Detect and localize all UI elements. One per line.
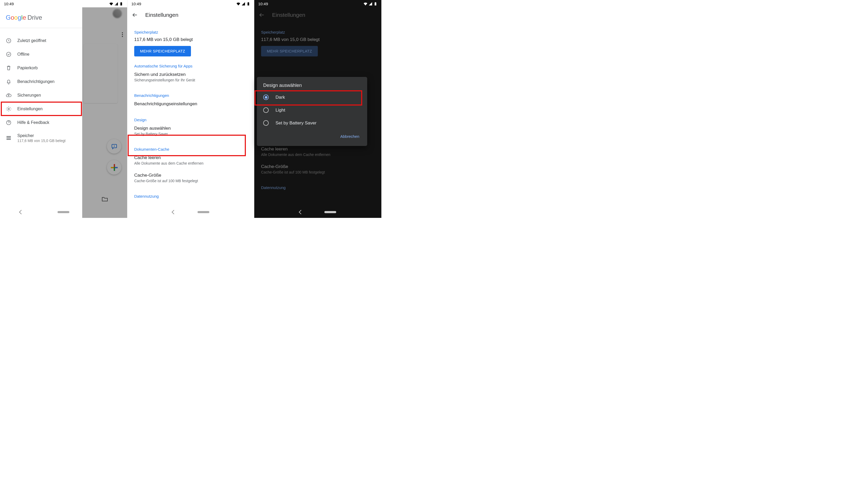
menu-label: Einstellungen: [17, 107, 42, 111]
row-sub: Set by Battery Saver: [134, 132, 247, 136]
battery-icon: [119, 2, 123, 6]
radio-label: Light: [276, 108, 285, 113]
gear-icon: [6, 106, 12, 112]
row-title: Cache leeren: [134, 155, 247, 160]
check-circle-icon: [6, 51, 12, 57]
section-notifications: Benachrichtigungen: [134, 93, 247, 98]
menu-trash[interactable]: Papierkorb: [0, 61, 82, 75]
menu-label: Zuletzt geöffnet: [17, 38, 46, 43]
row-backup[interactable]: Sichern und zurücksetzen Sicherungseinst…: [134, 68, 247, 86]
back-arrow-icon: [259, 12, 265, 18]
menu-recent[interactable]: Zuletzt geöffnet: [0, 34, 82, 48]
svg-point-11: [8, 108, 10, 110]
back-icon[interactable]: [172, 210, 176, 214]
row-notifications[interactable]: Benachrichtigungseinstellungen: [134, 98, 247, 110]
radio-dark[interactable]: Dark: [257, 91, 367, 104]
row-clear-cache[interactable]: Cache leeren Alle Dokumente aus dem Cach…: [134, 151, 247, 169]
status-icons: [364, 2, 377, 6]
help-icon: [6, 120, 12, 125]
menu-label: Speicher: [17, 133, 66, 138]
system-nav: [0, 206, 127, 218]
page-title: Einstellungen: [145, 12, 178, 18]
theme-dialog: Design auswählen Dark Light Set by Batte…: [257, 77, 367, 146]
appbar: Einstellungen: [254, 7, 382, 22]
status-icons: [236, 2, 250, 6]
status-icons: [109, 2, 123, 6]
radio-light[interactable]: Light: [257, 104, 367, 116]
scrim[interactable]: [82, 7, 127, 218]
back-icon[interactable]: [299, 210, 303, 214]
cancel-button[interactable]: Abbrechen: [337, 132, 362, 141]
menu-offline[interactable]: Offline: [0, 48, 82, 61]
home-pill[interactable]: [197, 211, 209, 213]
storage-icon: [6, 135, 12, 141]
status-time: 10:49: [258, 2, 268, 6]
svg-point-10: [6, 52, 11, 57]
signal-icon: [242, 2, 245, 6]
radio-label: Set by Battery Saver: [276, 121, 317, 126]
menu-storage[interactable]: Speicher 117,6 MB von 15,0 GB belegt: [0, 129, 82, 147]
status-time: 10:49: [4, 2, 14, 6]
home-pill[interactable]: [57, 211, 69, 213]
panel-settings-light: 10:49 Einstellungen Speicherplatz 117,6 …: [127, 0, 254, 218]
row-title: Sichern und zurücksetzen: [134, 72, 247, 77]
radio-icon: [263, 120, 269, 126]
section-data: Datennutzung: [134, 194, 247, 198]
signal-icon: [114, 2, 118, 6]
settings-scroll[interactable]: Speicherplatz 117,6 MB von 15,0 GB beleg…: [127, 22, 254, 218]
storage-usage-text: 117,6 MB von 15,0 GB belegt: [261, 37, 375, 42]
radio-icon: [263, 94, 269, 100]
section-storage: Speicherplatz: [261, 30, 375, 34]
row-title: Design auswählen: [134, 126, 247, 131]
home-pill[interactable]: [324, 211, 336, 213]
battery-icon: [373, 2, 377, 6]
menu-sublabel: 117,6 MB von 15,0 GB belegt: [17, 139, 66, 143]
row-sub: Alle Dokumente aus dem Cache entfernen: [261, 152, 375, 157]
status-bar: 10:49: [254, 0, 382, 7]
battery-icon: [246, 2, 250, 6]
more-storage-button[interactable]: MEHR SPEICHERPLATZ: [134, 46, 191, 56]
more-storage-button: MEHR SPEICHERPLATZ: [261, 46, 318, 56]
back-arrow-icon[interactable]: [132, 12, 138, 18]
google-drive-logo: GoogleDrive: [0, 7, 82, 28]
row-cache-size: Cache-Größe Cache-Größe ist auf 100 MB f…: [261, 160, 375, 178]
row-sub: Alle Dokumente aus dem Cache entfernen: [134, 161, 247, 165]
section-storage: Speicherplatz: [134, 30, 247, 34]
navigation-drawer: GoogleDrive Zuletzt geöffnet Offline Pap…: [0, 7, 82, 218]
status-bar: 10:49: [127, 0, 254, 7]
status-bar: 10:49: [0, 0, 127, 7]
status-time: 10:49: [131, 2, 141, 6]
storage-usage-text: 117,6 MB von 15,0 GB belegt: [134, 37, 247, 42]
menu-help[interactable]: Hilfe & Feedback: [0, 116, 82, 129]
row-title: Benachrichtigungseinstellungen: [134, 101, 247, 107]
page-title: Einstellungen: [272, 12, 305, 18]
panel-settings-dark: 10:49 Einstellungen Speicherplatz 117,6 …: [254, 0, 382, 218]
section-data: Datennutzung: [261, 185, 375, 190]
menu-notifications[interactable]: Benachrichtigungen: [0, 75, 82, 88]
menu-label: Offline: [17, 52, 30, 57]
bell-icon: [6, 79, 12, 85]
row-title: Cache-Größe: [261, 164, 375, 169]
back-icon[interactable]: [19, 210, 24, 214]
system-nav: [127, 206, 254, 218]
svg-rect-15: [6, 139, 11, 140]
row-title: Cache-Größe: [134, 173, 247, 178]
menu-backups[interactable]: Sicherungen: [0, 88, 82, 102]
cloud-icon: [6, 92, 12, 98]
menu-label: Benachrichtigungen: [17, 79, 54, 84]
row-design[interactable]: Design auswählen Set by Battery Saver: [134, 122, 247, 140]
radio-label: Dark: [276, 95, 285, 100]
signal-icon: [369, 2, 372, 6]
row-cache-size[interactable]: Cache-Größe Cache-Größe ist auf 100 MB f…: [134, 169, 247, 187]
wifi-icon: [364, 2, 368, 6]
section-cache: Dokumenten-Cache: [134, 147, 247, 151]
section-backup: Automatische Sicherung für Apps: [134, 64, 247, 68]
svg-rect-13: [6, 136, 11, 137]
radio-battery[interactable]: Set by Battery Saver: [257, 116, 367, 129]
appbar: Einstellungen: [127, 7, 254, 22]
panel-drawer: 10:49 GoogleDrive Zuletzt geöffnet: [0, 0, 127, 218]
radio-icon: [263, 107, 269, 113]
menu-settings[interactable]: Einstellungen: [0, 102, 82, 116]
row-title: Cache leeren: [261, 146, 375, 152]
trash-icon: [6, 65, 12, 71]
